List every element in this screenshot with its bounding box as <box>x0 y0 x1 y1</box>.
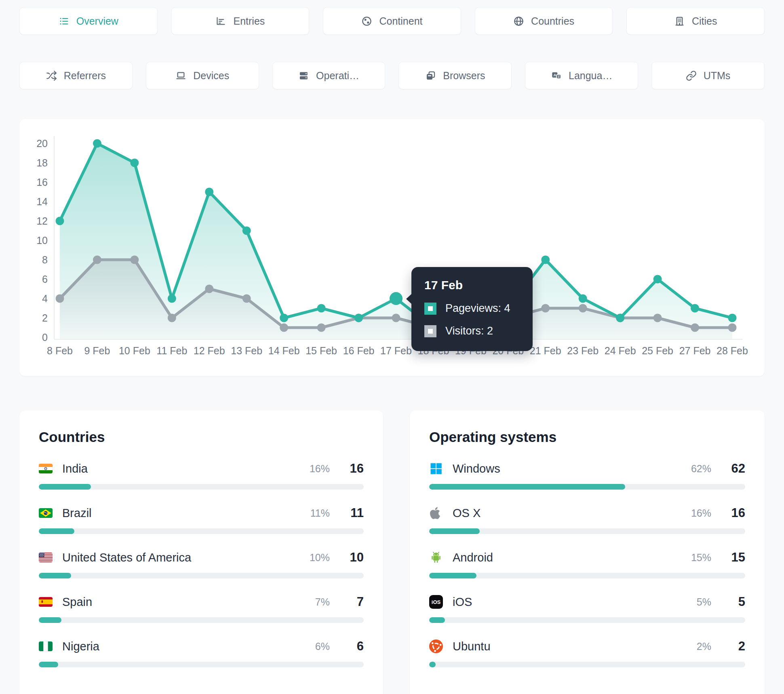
windows-logo-icon <box>429 462 443 475</box>
nigeria-flag-icon <box>39 641 53 651</box>
chart-dot-visitors[interactable] <box>130 256 139 264</box>
os-row-windows: Windows62%62 <box>429 461 745 490</box>
chart-dot-visitors[interactable] <box>56 294 64 303</box>
countries-panel-title: Countries <box>39 429 364 445</box>
tab-referrers[interactable]: Referrers <box>19 62 133 89</box>
tab-languages[interactable]: AZLangua… <box>525 62 638 89</box>
chart-dot-pageviews[interactable] <box>56 217 64 225</box>
row-head: India16%16 <box>39 461 364 476</box>
x-tick-label: 23 Feb <box>567 345 599 356</box>
tab-label: Referrers <box>64 70 106 82</box>
progress-bar-fill <box>429 617 445 623</box>
chart-dot-pageviews[interactable] <box>541 256 550 264</box>
chart-dot-pageviews[interactable] <box>93 139 101 148</box>
android-logo-icon <box>429 551 443 564</box>
x-tick-label: 24 Feb <box>605 345 636 356</box>
tab-label: Browsers <box>443 70 485 82</box>
chart-dot-visitors[interactable] <box>579 304 587 313</box>
chart-dot-pageviews[interactable] <box>653 275 662 284</box>
chart-dot-pageviews[interactable] <box>205 188 213 196</box>
tab-cities[interactable]: Cities <box>626 7 765 35</box>
tab-label: Cities <box>692 15 717 27</box>
row-head: OS X16%16 <box>429 506 745 520</box>
country-row-nigeria: Nigeria6%6 <box>39 639 364 667</box>
row-head: Android15%15 <box>429 550 745 565</box>
chart-dot-pageviews[interactable] <box>691 304 699 313</box>
row-label: iOS <box>453 595 697 609</box>
os-row-ios: iOSiOS5%5 <box>429 595 745 623</box>
svg-text:A: A <box>553 72 556 77</box>
tab-countries[interactable]: Countries <box>475 7 613 35</box>
x-tick-label: 15 Feb <box>306 345 337 356</box>
chart-dot-visitors[interactable] <box>317 324 326 332</box>
os-row-os-x: OS X16%16 <box>429 506 745 534</box>
chart-dot-pageviews[interactable] <box>168 294 176 303</box>
x-tick-label: 12 Feb <box>194 345 225 356</box>
chart-dot-pageviews[interactable] <box>280 314 288 322</box>
progress-bar-track <box>429 662 745 667</box>
tab-devices[interactable]: Devices <box>146 62 259 89</box>
row-percent: 15% <box>691 552 711 564</box>
row-value: 16 <box>335 461 364 476</box>
os-list: Windows62%62OS X16%16Android15%15iOSiOS5… <box>429 461 745 667</box>
progress-bar-fill <box>429 573 476 578</box>
tab-operating-systems[interactable]: Operati… <box>272 62 386 89</box>
server-icon <box>298 70 309 81</box>
countries-panel: Countries India16%16Brazil11%11United St… <box>19 410 383 694</box>
row-label: United States of America <box>62 551 310 564</box>
progress-bar-track <box>39 528 364 534</box>
row-percent: 11% <box>310 507 330 519</box>
line-chart[interactable]: 024681012141618208 Feb9 Feb10 Feb11 Feb1… <box>19 119 765 376</box>
chart-dot-visitors[interactable] <box>541 304 550 313</box>
chart-dot-pageviews[interactable] <box>728 314 737 322</box>
progress-bar-fill <box>39 662 58 667</box>
x-tick-label: 8 Feb <box>47 345 73 356</box>
chart-dot-visitors[interactable] <box>205 285 213 293</box>
x-tick-label: 21 Feb <box>530 345 561 356</box>
tooltip-pageviews-text: Pageviews: 4 <box>445 302 510 315</box>
chart-dot-pageviews[interactable] <box>242 227 251 235</box>
chart-dot-visitors[interactable] <box>168 314 176 322</box>
primary-tabs: OverviewEntriesContinentCountriesCities <box>19 7 765 35</box>
chart-dot-visitors[interactable] <box>93 256 101 264</box>
building-icon <box>674 16 685 27</box>
country-row-united-states-of-america: United States of America10%10 <box>39 550 364 578</box>
chart-dot-pageviews[interactable] <box>616 314 624 322</box>
country-row-brazil: Brazil11%11 <box>39 506 364 534</box>
tab-entries[interactable]: Entries <box>171 7 310 35</box>
progress-bar-track <box>429 484 745 490</box>
chart-dot-visitors[interactable] <box>280 324 288 332</box>
tooltip-date: 17 Feb <box>424 278 520 292</box>
pageviews-swatch-icon <box>424 303 436 315</box>
chart-dot-visitors[interactable] <box>392 314 400 322</box>
tooltip-visitors-text: Visitors: 2 <box>445 325 493 337</box>
tooltip-row-visitors: Visitors: 2 <box>424 325 520 337</box>
globe-icon <box>513 16 524 27</box>
tab-label: Operati… <box>316 70 359 82</box>
tab-continent[interactable]: Continent <box>323 7 461 35</box>
chart-tooltip: 17 Feb Pageviews: 4 Visitors: 2 <box>411 267 533 351</box>
chart-dot-visitors[interactable] <box>728 324 737 332</box>
tab-overview[interactable]: Overview <box>19 7 158 35</box>
y-tick-label: 12 <box>36 215 48 227</box>
row-value: 15 <box>716 550 745 565</box>
row-value: 6 <box>335 639 364 654</box>
chart-dot-pageviews[interactable] <box>317 304 326 313</box>
tooltip-arrow <box>406 294 412 304</box>
row-value: 2 <box>716 639 745 654</box>
row-percent: 2% <box>697 641 711 652</box>
progress-bar-track <box>39 573 364 578</box>
brazil-flag-icon <box>39 508 53 518</box>
row-label: Windows <box>453 462 691 475</box>
tab-utms[interactable]: UTMs <box>651 62 765 89</box>
chart-dot-visitors[interactable] <box>242 294 251 303</box>
chart-dot-visitors[interactable] <box>691 324 699 332</box>
chart-dot-pageviews[interactable] <box>579 294 587 303</box>
chart-dot-pageviews[interactable] <box>390 292 403 305</box>
operating-systems-panel: Operating systems Windows62%62OS X16%16A… <box>410 410 765 694</box>
chart-dot-pageviews[interactable] <box>354 314 363 322</box>
chart-dot-visitors[interactable] <box>653 314 662 322</box>
tab-browsers[interactable]: Browsers <box>398 62 512 89</box>
chart-dot-pageviews[interactable] <box>130 159 139 167</box>
progress-bar-fill <box>429 484 625 490</box>
